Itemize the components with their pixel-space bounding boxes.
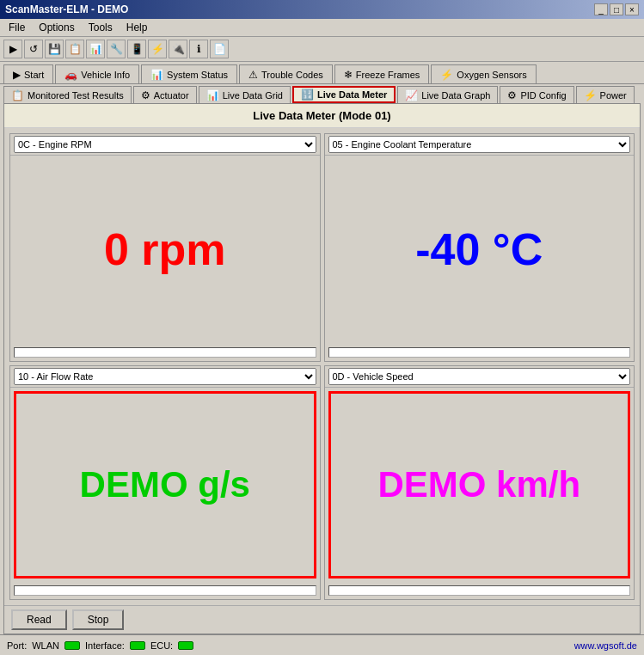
tab-start-label: Start <box>24 70 44 80</box>
close-button[interactable]: × <box>625 3 639 15</box>
meter-speed-bar-area <box>325 582 635 599</box>
tab-live-data-graph[interactable]: 📈 Live Data Graph <box>397 86 498 103</box>
meter-coolant-header: 05 - Engine Coolant Temperature <box>325 134 635 156</box>
tab-live-data-graph-label: Live Data Graph <box>421 90 490 101</box>
meter-speed: 0D - Vehicle Speed DEMO km/h <box>324 365 635 601</box>
toolbar-btn-info[interactable]: ℹ <box>189 40 208 58</box>
tab-trouble-codes[interactable]: ⚠ Trouble Codes <box>239 64 333 83</box>
interface-led <box>130 641 145 650</box>
meter-rpm-bar-area <box>10 344 320 361</box>
port-label: Port: <box>7 640 27 651</box>
meter-airflow-value-area: DEMO g/s <box>14 391 316 579</box>
toolbar-btn-3[interactable]: 💾 <box>45 40 64 58</box>
graph-icon: 📈 <box>405 89 418 101</box>
port-led <box>64 641 80 650</box>
tab-pid-config[interactable]: ⚙ PID Config <box>500 86 573 103</box>
toolbar-btn-6[interactable]: 🔧 <box>107 40 126 58</box>
tab-power[interactable]: ⚡ Power <box>576 86 635 103</box>
toolbar-btn-2[interactable]: ↺ <box>24 40 43 58</box>
meter-coolant-dropdown[interactable]: 05 - Engine Coolant Temperature <box>328 136 631 153</box>
tab-system-status[interactable]: 📊 System Status <box>141 64 237 83</box>
toolbar-btn-5[interactable]: 📊 <box>86 40 105 58</box>
ecu-label: ECU: <box>150 640 173 651</box>
tabs-row2: 📋 Monitored Test Results ⚙ Actuator 📊 Li… <box>0 83 644 103</box>
toolbar-btn-1[interactable]: ▶ <box>3 40 22 58</box>
read-button[interactable]: Read <box>11 609 67 630</box>
window-title: ScanMaster-ELM - DEMO <box>5 3 128 15</box>
meter-airflow-header: 10 - Air Flow Rate <box>10 366 320 388</box>
tab-freeze-frames-label: Freeze Frames <box>356 70 420 80</box>
tab-live-data-grid-label: Live Data Grid <box>223 90 283 101</box>
tab-actuator-label: Actuator <box>154 90 189 101</box>
status-bar: Port: WLAN Interface: ECU: www.wgsoft.de <box>0 634 644 655</box>
main-content: Live Data Meter (Mode 01) 0C - Engine RP… <box>3 103 641 634</box>
buttons-row: Read Stop <box>4 605 640 634</box>
stop-button[interactable]: Stop <box>72 609 125 630</box>
tab-trouble-codes-label: Trouble Codes <box>261 70 323 80</box>
power-icon: ⚡ <box>584 89 597 101</box>
meter-rpm-bar <box>14 347 316 358</box>
meter-speed-dropdown[interactable]: 0D - Vehicle Speed <box>328 368 631 385</box>
port-value: WLAN <box>32 640 59 651</box>
meter-airflow: 10 - Air Flow Rate DEMO g/s <box>9 365 321 601</box>
toolbar-btn-4[interactable]: 📋 <box>65 40 84 58</box>
tab-power-label: Power <box>600 90 627 101</box>
tab-oxygen-sensors-label: Oxygen Sensors <box>457 70 526 80</box>
meter-rpm-value: 0 rpm <box>104 223 226 275</box>
tab-monitored-label: Monitored Test Results <box>28 90 124 101</box>
tab-actuator[interactable]: ⚙ Actuator <box>133 86 197 103</box>
meter-speed-value: DEMO km/h <box>377 464 580 505</box>
tab-monitored-test[interactable]: 📋 Monitored Test Results <box>3 86 132 103</box>
freeze-icon: ❄ <box>344 69 353 81</box>
tabs-row1: ▶ Start 🚗 Vehicle Info 📊 System Status ⚠… <box>0 62 644 83</box>
meter-coolant-value-area: -40 °C <box>325 156 635 344</box>
meter-coolant-bar <box>328 347 631 358</box>
meter-rpm-dropdown[interactable]: 0C - Engine RPM <box>14 136 316 153</box>
tab-system-status-label: System Status <box>167 70 228 80</box>
toolbar-btn-8[interactable]: ⚡ <box>148 40 167 58</box>
status-left: Port: WLAN Interface: ECU: <box>7 640 193 651</box>
meter-coolant-value: -40 °C <box>415 223 543 275</box>
toolbar-btn-doc[interactable]: 📄 <box>210 40 229 58</box>
meter-rpm-value-area: 0 rpm <box>10 156 320 344</box>
meter-airflow-bar-area <box>10 582 320 599</box>
minimize-button[interactable]: _ <box>594 3 608 15</box>
maximize-button[interactable]: □ <box>610 3 623 15</box>
tab-freeze-frames[interactable]: ❄ Freeze Frames <box>334 64 430 83</box>
title-bar: ScanMaster-ELM - DEMO _ □ × <box>0 0 644 19</box>
grid-icon: 📊 <box>206 89 219 101</box>
tab-live-data-meter-label: Live Data Meter <box>317 89 387 100</box>
menu-help[interactable]: Help <box>121 21 153 34</box>
start-icon: ▶ <box>13 69 21 81</box>
tab-start[interactable]: ▶ Start <box>3 64 53 83</box>
actuator-icon: ⚙ <box>141 89 150 101</box>
meter-rpm: 0C - Engine RPM 0 rpm <box>9 133 321 362</box>
menu-tools[interactable]: Tools <box>83 21 118 34</box>
tab-oxygen-sensors[interactable]: ⚡ Oxygen Sensors <box>431 64 536 83</box>
meter-speed-value-area: DEMO km/h <box>328 391 631 579</box>
meter-speed-header: 0D - Vehicle Speed <box>325 366 635 388</box>
meters-grid: 0C - Engine RPM 0 rpm 05 - Engine Coolan… <box>4 128 640 605</box>
menu-options[interactable]: Options <box>34 21 79 34</box>
tab-vehicle-info[interactable]: 🚗 Vehicle Info <box>55 64 139 83</box>
meter-coolant: 05 - Engine Coolant Temperature -40 °C <box>324 133 635 362</box>
oxygen-icon: ⚡ <box>440 69 453 81</box>
toolbar-btn-9[interactable]: 🔌 <box>169 40 187 58</box>
pid-icon: ⚙ <box>507 89 517 101</box>
tab-live-data-grid[interactable]: 📊 Live Data Grid <box>199 86 291 103</box>
status-website: www.wgsoft.de <box>574 640 637 651</box>
meter-rpm-header: 0C - Engine RPM <box>10 134 320 156</box>
ecu-led <box>178 641 193 650</box>
meter-speed-bar <box>328 585 631 596</box>
content-title: Live Data Meter (Mode 01) <box>4 104 640 128</box>
meter-airflow-bar <box>14 585 316 596</box>
meter-coolant-bar-area <box>325 344 635 361</box>
tab-live-data-meter[interactable]: 🔢 Live Data Meter <box>292 86 396 103</box>
menu-bar: File Options Tools Help <box>0 19 644 37</box>
meter-airflow-dropdown[interactable]: 10 - Air Flow Rate <box>14 368 316 385</box>
system-icon: 📊 <box>150 69 163 81</box>
menu-file[interactable]: File <box>3 21 30 34</box>
tab-vehicle-info-label: Vehicle Info <box>81 70 130 80</box>
toolbar-btn-7[interactable]: 📱 <box>127 40 146 58</box>
warning-icon: ⚠ <box>248 69 258 81</box>
